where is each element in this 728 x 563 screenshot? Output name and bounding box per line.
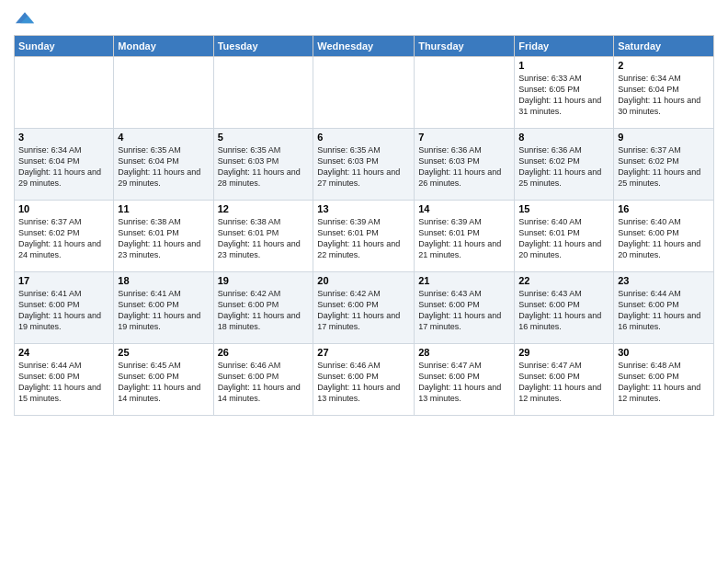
- day-info: Sunrise: 6:40 AM Sunset: 6:01 PM Dayligh…: [518, 216, 609, 261]
- week-row-4: 17Sunrise: 6:41 AM Sunset: 6:00 PM Dayli…: [15, 272, 714, 344]
- day-number: 17: [18, 275, 109, 286]
- day-cell: 15Sunrise: 6:40 AM Sunset: 6:01 PM Dayli…: [515, 201, 614, 272]
- day-cell: [213, 57, 313, 129]
- day-info: Sunrise: 6:37 AM Sunset: 6:02 PM Dayligh…: [618, 144, 710, 190]
- day-number: 10: [18, 203, 109, 214]
- day-cell: 22Sunrise: 6:43 AM Sunset: 6:00 PM Dayli…: [515, 272, 614, 344]
- day-cell: 19Sunrise: 6:42 AM Sunset: 6:00 PM Dayli…: [213, 272, 313, 344]
- day-info: Sunrise: 6:38 AM Sunset: 6:01 PM Dayligh…: [218, 216, 310, 261]
- day-info: Sunrise: 6:33 AM Sunset: 6:05 PM Dayligh…: [518, 73, 609, 118]
- day-number: 24: [18, 347, 109, 358]
- day-number: 12: [218, 203, 310, 214]
- day-cell: 20Sunrise: 6:42 AM Sunset: 6:00 PM Dayli…: [313, 272, 415, 344]
- day-info: Sunrise: 6:39 AM Sunset: 6:01 PM Dayligh…: [317, 216, 410, 261]
- day-number: 28: [418, 347, 510, 358]
- day-cell: [313, 57, 415, 129]
- day-cell: 4Sunrise: 6:35 AM Sunset: 6:04 PM Daylig…: [114, 129, 213, 201]
- day-cell: 9Sunrise: 6:37 AM Sunset: 6:02 PM Daylig…: [614, 129, 714, 201]
- day-cell: 29Sunrise: 6:47 AM Sunset: 6:00 PM Dayli…: [515, 344, 614, 416]
- main-container: SundayMondayTuesdayWednesdayThursdayFrid…: [0, 0, 728, 425]
- day-cell: 3Sunrise: 6:34 AM Sunset: 6:04 PM Daylig…: [15, 129, 114, 201]
- day-number: 9: [618, 132, 710, 143]
- day-cell: 25Sunrise: 6:45 AM Sunset: 6:00 PM Dayli…: [114, 344, 213, 416]
- day-number: 1: [518, 60, 609, 71]
- day-cell: 18Sunrise: 6:41 AM Sunset: 6:00 PM Dayli…: [114, 272, 213, 344]
- day-cell: 27Sunrise: 6:46 AM Sunset: 6:00 PM Dayli…: [313, 344, 415, 416]
- day-cell: [15, 57, 114, 129]
- col-header-sunday: Sunday: [15, 36, 114, 57]
- day-cell: 24Sunrise: 6:44 AM Sunset: 6:00 PM Dayli…: [15, 344, 114, 416]
- day-info: Sunrise: 6:41 AM Sunset: 6:00 PM Dayligh…: [118, 288, 209, 333]
- day-number: 11: [118, 203, 209, 214]
- day-number: 22: [518, 275, 609, 286]
- day-cell: 23Sunrise: 6:44 AM Sunset: 6:00 PM Dayli…: [614, 272, 714, 344]
- day-info: Sunrise: 6:43 AM Sunset: 6:00 PM Dayligh…: [418, 288, 510, 333]
- day-number: 25: [118, 347, 209, 358]
- day-number: 7: [418, 132, 510, 143]
- day-info: Sunrise: 6:34 AM Sunset: 6:04 PM Dayligh…: [618, 73, 710, 118]
- week-row-3: 10Sunrise: 6:37 AM Sunset: 6:02 PM Dayli…: [15, 201, 714, 272]
- day-number: 20: [317, 275, 410, 286]
- day-cell: 11Sunrise: 6:38 AM Sunset: 6:01 PM Dayli…: [114, 201, 213, 272]
- day-number: 18: [118, 275, 209, 286]
- header: [14, 9, 714, 28]
- day-info: Sunrise: 6:46 AM Sunset: 6:00 PM Dayligh…: [218, 360, 310, 405]
- day-cell: 26Sunrise: 6:46 AM Sunset: 6:00 PM Dayli…: [213, 344, 313, 416]
- day-number: 19: [218, 275, 310, 286]
- col-header-tuesday: Tuesday: [213, 36, 313, 57]
- day-cell: 10Sunrise: 6:37 AM Sunset: 6:02 PM Dayli…: [15, 201, 114, 272]
- day-cell: [114, 57, 213, 129]
- day-cell: 12Sunrise: 6:38 AM Sunset: 6:01 PM Dayli…: [213, 201, 313, 272]
- day-number: 21: [418, 275, 510, 286]
- day-info: Sunrise: 6:40 AM Sunset: 6:00 PM Dayligh…: [618, 216, 710, 261]
- day-info: Sunrise: 6:46 AM Sunset: 6:00 PM Dayligh…: [317, 360, 410, 405]
- day-number: 29: [518, 347, 609, 358]
- header-row: SundayMondayTuesdayWednesdayThursdayFrid…: [15, 36, 714, 57]
- day-number: 26: [218, 347, 310, 358]
- day-info: Sunrise: 6:35 AM Sunset: 6:04 PM Dayligh…: [118, 144, 209, 190]
- logo: [14, 9, 34, 28]
- day-cell: 30Sunrise: 6:48 AM Sunset: 6:00 PM Dayli…: [614, 344, 714, 416]
- day-info: Sunrise: 6:43 AM Sunset: 6:00 PM Dayligh…: [518, 288, 609, 333]
- day-info: Sunrise: 6:36 AM Sunset: 6:03 PM Dayligh…: [418, 144, 510, 190]
- day-number: 27: [317, 347, 410, 358]
- day-number: 23: [618, 275, 710, 286]
- day-info: Sunrise: 6:45 AM Sunset: 6:00 PM Dayligh…: [118, 360, 209, 405]
- col-header-friday: Friday: [515, 36, 614, 57]
- day-cell: 13Sunrise: 6:39 AM Sunset: 6:01 PM Dayli…: [313, 201, 415, 272]
- day-number: 14: [418, 203, 510, 214]
- day-cell: 16Sunrise: 6:40 AM Sunset: 6:00 PM Dayli…: [614, 201, 714, 272]
- day-info: Sunrise: 6:42 AM Sunset: 6:00 PM Dayligh…: [218, 288, 310, 333]
- day-cell: 8Sunrise: 6:36 AM Sunset: 6:02 PM Daylig…: [515, 129, 614, 201]
- day-info: Sunrise: 6:34 AM Sunset: 6:04 PM Dayligh…: [18, 144, 109, 190]
- col-header-thursday: Thursday: [415, 36, 515, 57]
- day-cell: 21Sunrise: 6:43 AM Sunset: 6:00 PM Dayli…: [415, 272, 515, 344]
- week-row-2: 3Sunrise: 6:34 AM Sunset: 6:04 PM Daylig…: [15, 129, 714, 201]
- day-info: Sunrise: 6:47 AM Sunset: 6:00 PM Dayligh…: [518, 360, 609, 405]
- day-info: Sunrise: 6:47 AM Sunset: 6:00 PM Dayligh…: [418, 360, 510, 405]
- day-number: 30: [618, 347, 710, 358]
- day-cell: 5Sunrise: 6:35 AM Sunset: 6:03 PM Daylig…: [213, 129, 313, 201]
- col-header-wednesday: Wednesday: [313, 36, 415, 57]
- day-number: 15: [518, 203, 609, 214]
- day-number: 8: [518, 132, 609, 143]
- day-cell: 14Sunrise: 6:39 AM Sunset: 6:01 PM Dayli…: [415, 201, 515, 272]
- day-number: 4: [118, 132, 209, 143]
- day-info: Sunrise: 6:48 AM Sunset: 6:00 PM Dayligh…: [618, 360, 710, 405]
- day-number: 16: [618, 203, 710, 214]
- logo-icon: [16, 9, 34, 28]
- col-header-monday: Monday: [114, 36, 213, 57]
- day-info: Sunrise: 6:37 AM Sunset: 6:02 PM Dayligh…: [18, 216, 109, 261]
- day-cell: 17Sunrise: 6:41 AM Sunset: 6:00 PM Dayli…: [15, 272, 114, 344]
- day-info: Sunrise: 6:35 AM Sunset: 6:03 PM Dayligh…: [218, 144, 310, 190]
- day-info: Sunrise: 6:35 AM Sunset: 6:03 PM Dayligh…: [317, 144, 410, 190]
- day-info: Sunrise: 6:44 AM Sunset: 6:00 PM Dayligh…: [18, 360, 109, 405]
- day-number: 13: [317, 203, 410, 214]
- day-cell: 1Sunrise: 6:33 AM Sunset: 6:05 PM Daylig…: [515, 57, 614, 129]
- col-header-saturday: Saturday: [614, 36, 714, 57]
- week-row-1: 1Sunrise: 6:33 AM Sunset: 6:05 PM Daylig…: [15, 57, 714, 129]
- week-row-5: 24Sunrise: 6:44 AM Sunset: 6:00 PM Dayli…: [15, 344, 714, 416]
- day-number: 6: [317, 132, 410, 143]
- day-info: Sunrise: 6:36 AM Sunset: 6:02 PM Dayligh…: [518, 144, 609, 190]
- day-number: 2: [618, 60, 710, 71]
